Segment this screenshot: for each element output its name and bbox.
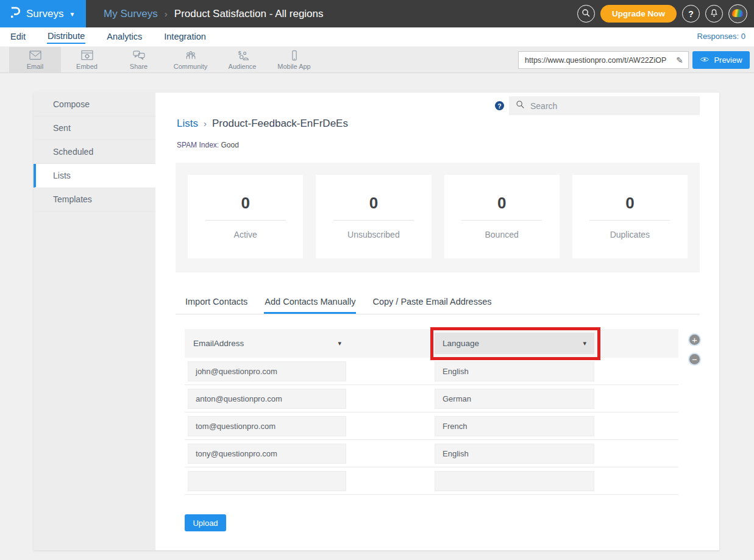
language-input[interactable] (435, 471, 594, 491)
tab-add-contacts-manually[interactable]: Add Contacts Manually (264, 291, 356, 314)
tab-copy-paste-emails[interactable]: Copy / Paste Email Addresses (372, 291, 492, 314)
table-row (185, 467, 678, 495)
language-column-dropdown[interactable]: Language ▾ (435, 333, 594, 354)
stat-value: 0 (369, 194, 378, 213)
stat-card-active: 0 Active (188, 175, 303, 258)
distribute-toolbar: Email Embed Share Community $ Audience (0, 47, 754, 73)
divider (461, 220, 542, 221)
survey-url-field: ✎ (518, 51, 689, 69)
table-row: anton@questionpro.com German (185, 385, 678, 413)
contacts-table-header: EmailAddress ▾ Language ▾ (185, 329, 678, 358)
channel-label: Audience (229, 63, 257, 70)
channel-email[interactable]: Email (9, 47, 61, 73)
stat-label: Bounced (485, 230, 518, 239)
spam-index-label: SPAM Index: (177, 141, 219, 149)
spam-index: SPAM Index: Good (177, 141, 239, 149)
browser-gear-icon (80, 50, 94, 62)
list-search-box (509, 96, 700, 115)
table-row: tom@questionpro.com French (185, 413, 678, 440)
breadcrumb: My Surveys › Product Satisfaction - All … (104, 0, 324, 27)
notifications-button[interactable] (705, 5, 723, 23)
remove-row-button[interactable]: − (688, 353, 701, 366)
email-column-label: EmailAddress (193, 339, 244, 348)
svg-text:$: $ (238, 50, 241, 56)
list-search-input[interactable] (530, 101, 700, 111)
table-row: tony@questionpro.com English (185, 440, 678, 467)
chevron-down-icon: ▾ (583, 339, 586, 347)
channel-label: Community (174, 63, 208, 70)
contacts-table: EmailAddress ▾ Language ▾ john@questionp… (185, 329, 678, 495)
search-button[interactable] (577, 5, 595, 23)
breadcrumb-lists-link[interactable]: Lists (177, 118, 198, 129)
channel-label: Share (130, 63, 148, 70)
distribute-channels: Email Embed Share Community $ Audience (9, 47, 320, 73)
sidebar-item-compose[interactable]: Compose (34, 93, 155, 116)
edit-pencil-icon[interactable]: ✎ (676, 55, 688, 65)
chevron-down-icon: ▾ (338, 339, 341, 347)
spam-index-value: Good (221, 141, 238, 149)
chevron-down-icon: ▼ (69, 11, 75, 18)
surveys-menu[interactable]: Surveys ▼ (0, 0, 86, 27)
speech-bubbles-icon (132, 50, 146, 62)
user-avatar[interactable] (728, 4, 747, 23)
tab-distribute[interactable]: Distribute (47, 30, 85, 44)
stat-card-bounced: 0 Bounced (444, 175, 560, 258)
language-input[interactable]: English (435, 444, 594, 464)
email-input[interactable]: tony@questionpro.com (188, 444, 346, 464)
sidebar-item-templates[interactable]: Templates (34, 188, 155, 211)
channel-label: Embed (76, 63, 98, 70)
channel-audience[interactable]: $ Audience (216, 47, 268, 73)
preview-button[interactable]: Preview (692, 51, 750, 69)
responses-count: Responses: 0 (697, 32, 746, 41)
breadcrumb-separator: › (204, 118, 207, 129)
upload-button[interactable]: Upload (185, 514, 226, 531)
eye-icon (700, 55, 710, 65)
minus-icon: − (692, 355, 697, 364)
lists-content: ? Lists›Product-Feedback-EnFrDeEs SPAM I… (155, 93, 719, 550)
envelope-icon (29, 50, 42, 62)
top-app-bar: Surveys ▼ My Surveys › Product Satisfact… (0, 0, 754, 27)
email-input[interactable]: tom@questionpro.com (188, 416, 346, 436)
preview-button-label: Preview (714, 55, 742, 65)
stat-value: 0 (625, 194, 634, 213)
stat-label: Unsubscribed (347, 230, 400, 239)
search-icon (516, 100, 525, 112)
channel-mobile-app[interactable]: Mobile App (268, 47, 320, 73)
channel-share[interactable]: Share (113, 47, 165, 73)
help-button[interactable]: ? (682, 5, 700, 23)
survey-url-input[interactable] (519, 56, 676, 65)
stat-label: Active (234, 230, 257, 239)
list-breadcrumb: Lists›Product-Feedback-EnFrDeEs (177, 118, 348, 130)
stat-label: Duplicates (610, 230, 650, 239)
language-input[interactable]: German (435, 389, 594, 409)
sidebar-item-scheduled[interactable]: Scheduled (34, 140, 155, 164)
tab-edit[interactable]: Edit (10, 30, 26, 43)
help-icon[interactable]: ? (495, 101, 504, 110)
list-stats-panel: 0 Active 0 Unsubscribed 0 Bounced 0 Dupl… (176, 163, 700, 272)
breadcrumb-my-surveys[interactable]: My Surveys (104, 8, 158, 20)
upgrade-now-button[interactable]: Upgrade Now (600, 5, 677, 23)
channel-community[interactable]: Community (165, 47, 216, 73)
page-title: Product Satisfaction - All regions (174, 8, 324, 20)
language-input[interactable]: French (435, 416, 594, 436)
stat-value: 0 (497, 194, 506, 213)
questionpro-logo-icon (9, 6, 21, 21)
channel-embed[interactable]: Embed (61, 47, 113, 73)
tab-integration[interactable]: Integration (163, 30, 207, 43)
email-input[interactable] (188, 471, 346, 491)
email-sidebar: Compose Sent Scheduled Lists Templates (34, 93, 155, 550)
contacts-tabs: Import Contacts Add Contacts Manually Co… (176, 291, 700, 314)
sidebar-item-sent[interactable]: Sent (34, 116, 155, 140)
email-column-dropdown[interactable]: EmailAddress ▾ (193, 329, 341, 358)
survey-nav-tabs: Edit Distribute Analytics Integration (10, 27, 207, 46)
add-row-button[interactable]: + (688, 333, 701, 346)
email-input[interactable]: john@questionpro.com (188, 361, 346, 381)
tab-import-contacts[interactable]: Import Contacts (185, 291, 248, 314)
question-mark-icon: ? (688, 9, 694, 19)
language-input[interactable]: English (435, 361, 594, 381)
email-input[interactable]: anton@questionpro.com (188, 389, 346, 409)
sidebar-item-lists[interactable]: Lists (34, 164, 155, 188)
divider (589, 220, 670, 221)
tab-analytics[interactable]: Analytics (106, 30, 143, 43)
search-icon (582, 9, 591, 19)
